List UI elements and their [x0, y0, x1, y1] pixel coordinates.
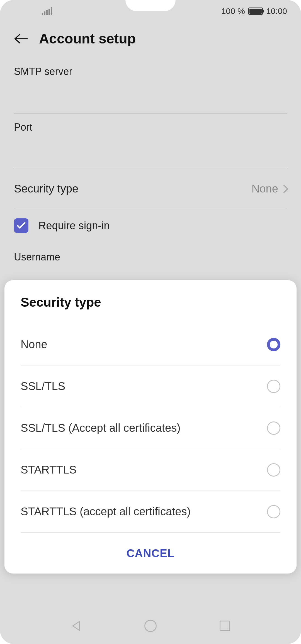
require-signin-checkbox[interactable] — [14, 218, 28, 233]
option-none[interactable]: None — [21, 324, 280, 365]
battery-icon — [248, 8, 263, 15]
option-starttls[interactable]: STARTTLS — [21, 449, 280, 491]
arrow-left-icon — [14, 33, 28, 44]
option-label: None — [21, 338, 47, 351]
app-bar: Account setup — [0, 22, 301, 58]
dialog-title: Security type — [4, 295, 297, 324]
signal-icon — [42, 7, 52, 15]
check-icon — [16, 222, 26, 230]
require-signin-row[interactable]: Require sign-in — [14, 208, 287, 243]
option-label: STARTTLS (accept all certificates) — [21, 505, 191, 518]
security-type-label: Security type — [14, 182, 78, 195]
display-notch — [125, 0, 176, 11]
port-label: Port — [14, 121, 287, 133]
port-field[interactable]: Port — [14, 114, 287, 169]
square-icon — [220, 621, 230, 631]
nav-recent-button[interactable] — [218, 619, 232, 633]
security-type-dialog: Security type None SSL/TLS SSL/TLS (Acce… — [4, 280, 297, 574]
cancel-button[interactable]: CANCEL — [4, 533, 297, 565]
navigation-bar — [0, 608, 301, 644]
battery-percentage: 100 % — [221, 6, 245, 16]
smtp-server-field[interactable]: SMTP server — [14, 58, 287, 114]
back-button[interactable] — [14, 32, 28, 46]
status-time: 10:00 — [266, 6, 287, 16]
circle-icon — [144, 620, 157, 632]
option-label: STARTTLS — [21, 464, 77, 476]
nav-home-button[interactable] — [144, 619, 157, 633]
nav-back-button[interactable] — [69, 619, 83, 633]
radio-button[interactable] — [267, 421, 280, 435]
triangle-left-icon — [70, 620, 82, 632]
smtp-server-label: SMTP server — [14, 66, 287, 77]
radio-button[interactable] — [267, 380, 280, 393]
security-type-row[interactable]: Security type None — [14, 169, 287, 208]
option-ssl-tls[interactable]: SSL/TLS — [21, 365, 280, 407]
option-label: SSL/TLS (Accept all certificates) — [21, 422, 181, 434]
option-ssl-tls-accept-all[interactable]: SSL/TLS (Accept all certificates) — [21, 407, 280, 449]
option-starttls-accept-all[interactable]: STARTTLS (accept all certificates) — [21, 491, 280, 533]
require-signin-label: Require sign-in — [38, 220, 110, 232]
security-type-value: None — [251, 182, 278, 195]
page-title: Account setup — [39, 31, 136, 47]
username-label: Username — [14, 243, 287, 263]
radio-button[interactable] — [267, 338, 280, 351]
chevron-right-icon — [280, 184, 288, 193]
option-label: SSL/TLS — [21, 380, 65, 392]
radio-button[interactable] — [267, 505, 280, 518]
radio-button[interactable] — [267, 463, 280, 477]
